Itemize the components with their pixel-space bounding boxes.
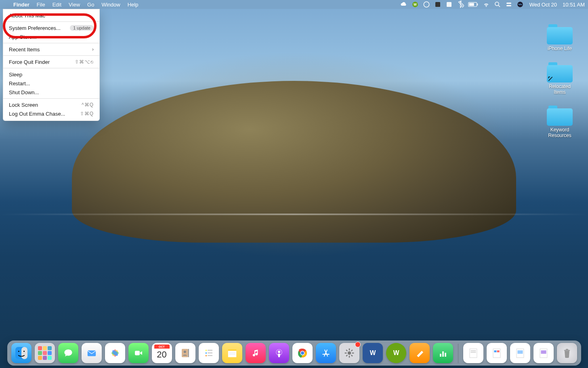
dock-app-finder[interactable] (11, 343, 32, 363)
menu-system-preferences[interactable]: System Preferences... 1 update (3, 23, 99, 32)
svg-rect-55 (445, 353, 446, 357)
chevron-right-icon: › (92, 47, 94, 52)
svg-rect-32 (228, 349, 236, 351)
svg-point-16 (23, 351, 25, 352)
dock-app-music[interactable] (246, 343, 266, 363)
menubar-app-icon-2[interactable] (445, 1, 453, 8)
menubar-time[interactable]: 10:51 AM (561, 2, 585, 8)
dock-app-system-preferences[interactable] (339, 343, 359, 363)
calendar-month-label: OCT (154, 345, 170, 349)
dock: OCT20 W W (7, 341, 581, 366)
menu-recent-items[interactable]: Recent Items › (3, 45, 99, 54)
webroot-menubar-icon[interactable]: W (412, 1, 419, 8)
svg-rect-53 (440, 354, 441, 357)
dock-app-launchpad[interactable] (35, 343, 55, 363)
svg-rect-67 (566, 349, 568, 350)
dock-app-numbers[interactable] (433, 343, 453, 363)
battery-icon[interactable] (468, 1, 479, 8)
apple-menu-dropdown: About This Mac System Preferences... 1 u… (3, 9, 100, 121)
dock-app-mail[interactable] (82, 343, 102, 363)
svg-line-50 (346, 355, 347, 356)
dock-stack-documents-1[interactable] (463, 343, 483, 363)
dock-app-photos[interactable] (105, 343, 125, 363)
svg-line-9 (498, 5, 500, 7)
menu-shut-down[interactable]: Shut Down... (3, 88, 99, 97)
svg-line-47 (346, 350, 347, 351)
menubar-date[interactable]: Wed Oct 20 (528, 2, 557, 8)
menubar-item-edit[interactable]: Edit (49, 0, 65, 9)
svg-text:W: W (393, 349, 399, 356)
menubar-item-view[interactable]: View (65, 0, 84, 9)
control-center-icon[interactable] (505, 1, 512, 8)
menu-separator (3, 68, 99, 68)
menu-system-preferences-label: System Preferences... (9, 25, 61, 31)
dock-app-calendar[interactable]: OCT20 (152, 343, 172, 363)
folder-icon (547, 106, 573, 126)
desktop-folder-keyword-resources[interactable]: Keyword Resources (543, 106, 577, 139)
dock-app-contacts[interactable] (175, 343, 195, 363)
dock-app-pages[interactable] (410, 343, 430, 363)
creative-cloud-icon[interactable] (423, 1, 430, 8)
menubar-app-icon-1[interactable] (434, 1, 441, 8)
svg-rect-7 (477, 3, 478, 5)
svg-rect-29 (208, 353, 212, 353)
svg-rect-6 (469, 3, 474, 6)
dock-app-notes[interactable] (222, 343, 242, 363)
menu-restart[interactable]: Restart... (3, 79, 99, 88)
svg-point-42 (347, 351, 351, 355)
menu-sleep[interactable]: Sleep (3, 70, 99, 79)
svg-rect-4 (447, 2, 452, 7)
svg-rect-31 (208, 355, 212, 356)
menubar-item-window[interactable]: Window (98, 0, 124, 9)
svg-line-48 (351, 355, 352, 356)
desktop-icons-area: iPhone Life Relocated Items Keyword Reso… (543, 24, 577, 139)
dock-app-chrome[interactable] (292, 343, 313, 363)
svg-rect-58 (470, 352, 476, 353)
svg-rect-60 (494, 350, 496, 352)
menu-separator (3, 55, 99, 56)
menu-log-out[interactable]: Log Out Emma Chase... ⇧⌘Q (3, 109, 99, 118)
menu-about-this-mac[interactable]: About This Mac (3, 11, 99, 20)
cloud-sync-icon[interactable] (400, 1, 407, 8)
svg-rect-59 (493, 349, 500, 358)
siri-icon[interactable] (517, 1, 524, 8)
dock-app-facetime[interactable] (128, 343, 149, 363)
svg-rect-3 (435, 2, 440, 7)
folder-label: iPhone Life (548, 46, 572, 52)
bluetooth-icon[interactable] (457, 1, 464, 8)
desktop-folder-iphone-life[interactable]: iPhone Life (543, 24, 577, 52)
dock-app-reminders[interactable] (199, 343, 219, 363)
dock-stack-documents-3[interactable] (510, 343, 530, 363)
desktop-folder-relocated-items[interactable]: Relocated Items (543, 62, 577, 95)
dock-app-messages[interactable] (58, 343, 78, 363)
menubar-item-go[interactable]: Go (84, 0, 98, 9)
dock-stack-documents-2[interactable] (487, 343, 507, 363)
svg-rect-27 (208, 350, 212, 351)
dock-app-appstore[interactable] (316, 343, 336, 363)
dock-app-word[interactable]: W (363, 343, 383, 363)
svg-rect-57 (470, 350, 476, 351)
desktop[interactable]: Finder File Edit View Go Window Help W W… (0, 0, 588, 368)
svg-line-49 (351, 350, 352, 351)
svg-rect-22 (135, 351, 140, 355)
spotlight-icon[interactable] (494, 1, 501, 8)
dock-app-webroot[interactable]: W (386, 343, 406, 363)
svg-point-26 (205, 350, 207, 351)
wifi-icon[interactable] (483, 1, 490, 8)
menu-separator (3, 98, 99, 99)
menubar-app-name[interactable]: Finder (10, 0, 33, 9)
dock-stack-documents-4[interactable] (533, 343, 554, 363)
apple-menu-icon[interactable] (6, 0, 10, 9)
dock-app-podcasts[interactable] (269, 343, 289, 363)
svg-rect-61 (497, 350, 499, 352)
menu-force-quit[interactable]: Force Quit Finder ⇧⌘⌥⎋ (3, 57, 99, 66)
folder-label: Relocated Items (543, 84, 577, 95)
svg-point-24 (183, 351, 186, 353)
menu-lock-screen[interactable]: Lock Screen ^⌘Q (3, 100, 99, 109)
menu-app-store[interactable]: App Store... (3, 32, 99, 41)
menubar-item-help[interactable]: Help (124, 0, 142, 9)
update-badge: 1 update (70, 25, 94, 31)
svg-rect-14 (21, 347, 27, 359)
dock-trash[interactable] (557, 343, 577, 363)
menubar-item-file[interactable]: File (33, 0, 49, 9)
